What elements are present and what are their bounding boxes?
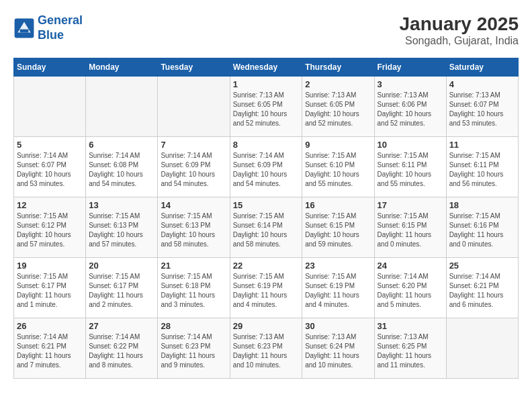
calendar-cell: 1Sunrise: 7:13 AMSunset: 6:05 PMDaylight…: [230, 77, 302, 137]
day-number: 31: [378, 321, 443, 331]
calendar-week-1: 1Sunrise: 7:13 AMSunset: 6:05 PMDaylight…: [14, 77, 519, 137]
calendar-cell: 24Sunrise: 7:14 AMSunset: 6:20 PMDayligh…: [374, 258, 446, 318]
day-number: 5: [17, 140, 83, 150]
day-number: 9: [305, 140, 371, 150]
day-number: 1: [233, 79, 300, 89]
day-number: 21: [161, 261, 226, 271]
header-wednesday: Wednesday: [230, 58, 302, 77]
day-number: 8: [233, 140, 300, 150]
calendar-cell: 31Sunrise: 7:13 AMSunset: 6:25 PMDayligh…: [374, 318, 446, 379]
day-number: 6: [89, 140, 154, 150]
day-number: 25: [449, 261, 515, 271]
day-number: 3: [378, 79, 443, 89]
calendar-cell: 19Sunrise: 7:15 AMSunset: 6:17 PMDayligh…: [14, 258, 86, 318]
day-info: Sunrise: 7:14 AMSunset: 6:21 PMDaylight:…: [449, 272, 515, 310]
day-info: Sunrise: 7:15 AMSunset: 6:11 PMDaylight:…: [449, 151, 515, 189]
day-number: 28: [161, 321, 226, 331]
day-info: Sunrise: 7:13 AMSunset: 6:23 PMDaylight:…: [233, 332, 300, 370]
title-block: January 2025 Songadh, Gujarat, India: [400, 13, 519, 47]
day-info: Sunrise: 7:15 AMSunset: 6:19 PMDaylight:…: [233, 272, 300, 310]
calendar-cell: 2Sunrise: 7:13 AMSunset: 6:05 PMDaylight…: [302, 77, 374, 137]
calendar-cell: 30Sunrise: 7:13 AMSunset: 6:24 PMDayligh…: [302, 318, 374, 379]
calendar-cell: [86, 77, 158, 137]
header-saturday: Saturday: [446, 58, 518, 77]
calendar-cell: 20Sunrise: 7:15 AMSunset: 6:17 PMDayligh…: [86, 258, 158, 318]
day-number: 19: [17, 261, 83, 271]
calendar-week-5: 26Sunrise: 7:14 AMSunset: 6:21 PMDayligh…: [14, 318, 519, 379]
day-info: Sunrise: 7:14 AMSunset: 6:09 PMDaylight:…: [161, 151, 226, 189]
header-monday: Monday: [86, 58, 158, 77]
day-number: 7: [161, 140, 226, 150]
calendar-cell: 4Sunrise: 7:13 AMSunset: 6:07 PMDaylight…: [446, 77, 518, 137]
svg-rect-2: [20, 29, 29, 32]
calendar-table: Sunday Monday Tuesday Wednesday Thursday…: [13, 58, 519, 379]
calendar-cell: 27Sunrise: 7:14 AMSunset: 6:22 PMDayligh…: [86, 318, 158, 379]
day-number: 20: [89, 261, 154, 271]
day-info: Sunrise: 7:15 AMSunset: 6:10 PMDaylight:…: [305, 151, 371, 189]
calendar-cell: 13Sunrise: 7:15 AMSunset: 6:13 PMDayligh…: [86, 197, 158, 258]
calendar-cell: 22Sunrise: 7:15 AMSunset: 6:19 PMDayligh…: [230, 258, 302, 318]
calendar-cell: 23Sunrise: 7:15 AMSunset: 6:19 PMDayligh…: [302, 258, 374, 318]
calendar-cell: 8Sunrise: 7:14 AMSunset: 6:09 PMDaylight…: [230, 137, 302, 197]
calendar-cell: [158, 77, 230, 137]
day-info: Sunrise: 7:14 AMSunset: 6:08 PMDaylight:…: [89, 151, 154, 189]
page-header: General Blue January 2025 Songadh, Gujar…: [13, 13, 519, 47]
calendar-cell: 10Sunrise: 7:15 AMSunset: 6:11 PMDayligh…: [374, 137, 446, 197]
day-info: Sunrise: 7:13 AMSunset: 6:07 PMDaylight:…: [449, 91, 515, 128]
logo-line1: General: [38, 13, 83, 27]
calendar-cell: 11Sunrise: 7:15 AMSunset: 6:11 PMDayligh…: [446, 137, 518, 197]
day-number: 22: [233, 261, 300, 271]
calendar-cell: 17Sunrise: 7:15 AMSunset: 6:15 PMDayligh…: [374, 197, 446, 258]
day-info: Sunrise: 7:15 AMSunset: 6:18 PMDaylight:…: [161, 272, 226, 310]
day-number: 10: [378, 140, 443, 150]
calendar-cell: 15Sunrise: 7:15 AMSunset: 6:14 PMDayligh…: [230, 197, 302, 258]
day-number: 18: [449, 200, 515, 210]
calendar-cell: 25Sunrise: 7:14 AMSunset: 6:21 PMDayligh…: [446, 258, 518, 318]
day-info: Sunrise: 7:13 AMSunset: 6:24 PMDaylight:…: [305, 332, 371, 370]
calendar-subtitle: Songadh, Gujarat, India: [400, 35, 519, 47]
day-info: Sunrise: 7:14 AMSunset: 6:21 PMDaylight:…: [17, 332, 83, 370]
day-info: Sunrise: 7:15 AMSunset: 6:13 PMDaylight:…: [161, 212, 226, 249]
day-number: 23: [305, 261, 371, 271]
calendar-cell: [446, 318, 518, 379]
calendar-cell: 9Sunrise: 7:15 AMSunset: 6:10 PMDaylight…: [302, 137, 374, 197]
day-info: Sunrise: 7:15 AMSunset: 6:15 PMDaylight:…: [305, 212, 371, 249]
logo-line2: Blue: [38, 28, 64, 42]
day-info: Sunrise: 7:15 AMSunset: 6:14 PMDaylight:…: [233, 212, 300, 249]
day-number: 2: [305, 79, 371, 89]
calendar-cell: 5Sunrise: 7:14 AMSunset: 6:07 PMDaylight…: [14, 137, 86, 197]
header-sunday: Sunday: [14, 58, 86, 77]
day-info: Sunrise: 7:14 AMSunset: 6:20 PMDaylight:…: [378, 272, 443, 310]
calendar-cell: 29Sunrise: 7:13 AMSunset: 6:23 PMDayligh…: [230, 318, 302, 379]
header-tuesday: Tuesday: [158, 58, 230, 77]
day-info: Sunrise: 7:15 AMSunset: 6:19 PMDaylight:…: [305, 272, 371, 310]
day-number: 13: [89, 200, 154, 210]
calendar-cell: 21Sunrise: 7:15 AMSunset: 6:18 PMDayligh…: [158, 258, 230, 318]
day-info: Sunrise: 7:13 AMSunset: 6:05 PMDaylight:…: [305, 91, 371, 128]
day-info: Sunrise: 7:15 AMSunset: 6:15 PMDaylight:…: [378, 212, 443, 249]
day-number: 12: [17, 200, 83, 210]
day-number: 4: [449, 79, 515, 89]
header-row: Sunday Monday Tuesday Wednesday Thursday…: [14, 58, 519, 77]
day-number: 16: [305, 200, 371, 210]
day-number: 27: [89, 321, 154, 331]
day-number: 29: [233, 321, 300, 331]
logo-icon: [13, 17, 35, 39]
day-info: Sunrise: 7:13 AMSunset: 6:25 PMDaylight:…: [378, 332, 443, 370]
calendar-week-4: 19Sunrise: 7:15 AMSunset: 6:17 PMDayligh…: [14, 258, 519, 318]
day-info: Sunrise: 7:15 AMSunset: 6:17 PMDaylight:…: [17, 272, 83, 310]
calendar-cell: 12Sunrise: 7:15 AMSunset: 6:12 PMDayligh…: [14, 197, 86, 258]
calendar-cell: 26Sunrise: 7:14 AMSunset: 6:21 PMDayligh…: [14, 318, 86, 379]
day-number: 26: [17, 321, 83, 331]
header-thursday: Thursday: [302, 58, 374, 77]
day-number: 11: [449, 140, 515, 150]
day-info: Sunrise: 7:15 AMSunset: 6:13 PMDaylight:…: [89, 212, 154, 249]
day-number: 24: [378, 261, 443, 271]
calendar-cell: 16Sunrise: 7:15 AMSunset: 6:15 PMDayligh…: [302, 197, 374, 258]
day-info: Sunrise: 7:14 AMSunset: 6:22 PMDaylight:…: [89, 332, 154, 370]
day-info: Sunrise: 7:13 AMSunset: 6:05 PMDaylight:…: [233, 91, 300, 128]
day-info: Sunrise: 7:15 AMSunset: 6:11 PMDaylight:…: [378, 151, 443, 189]
day-number: 14: [161, 200, 226, 210]
calendar-cell: 6Sunrise: 7:14 AMSunset: 6:08 PMDaylight…: [86, 137, 158, 197]
day-number: 15: [233, 200, 300, 210]
